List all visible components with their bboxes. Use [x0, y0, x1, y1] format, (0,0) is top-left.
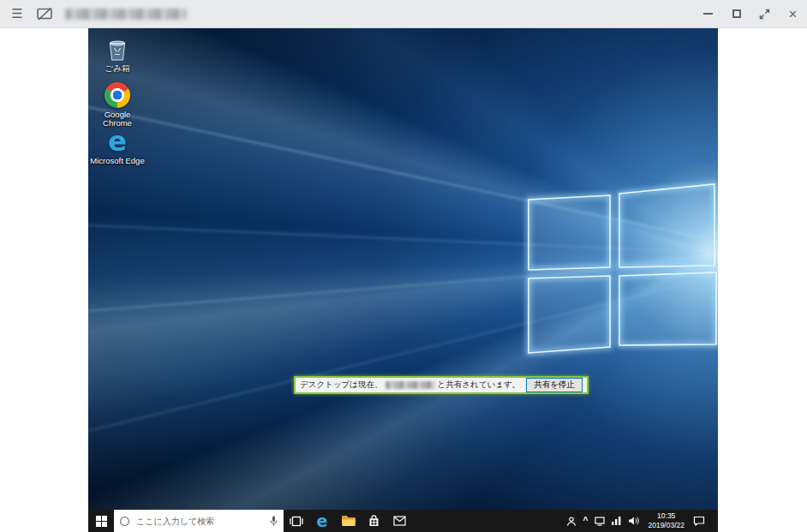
- volume-button[interactable]: [628, 517, 639, 525]
- edge-taskbar-icon: e: [317, 513, 328, 529]
- windows-start-icon: [96, 516, 107, 527]
- network-icon: [595, 517, 605, 526]
- stop-cast-icon: [37, 8, 52, 21]
- maximize-button[interactable]: [722, 0, 750, 28]
- desktop-icon-label: Microsoft Edge: [90, 157, 145, 165]
- windows-wallpaper: [88, 28, 718, 510]
- file-explorer-icon: [341, 515, 356, 527]
- recycle-bin-icon: [106, 36, 129, 62]
- system-tray: ^: [566, 510, 718, 532]
- stop-cast-button[interactable]: [31, 0, 58, 28]
- titlebar: ☰ ×: [0, 0, 807, 28]
- people-icon: [566, 517, 577, 526]
- close-icon: ×: [789, 7, 798, 21]
- search-input[interactable]: [134, 516, 265, 527]
- menu-icon: ☰: [11, 6, 22, 21]
- task-view-icon: [290, 516, 303, 527]
- signal-icon: [612, 517, 621, 525]
- people-button[interactable]: [566, 517, 577, 526]
- hidden-icons-button[interactable]: ^: [583, 517, 589, 525]
- minimize-button[interactable]: [694, 0, 722, 28]
- sharing-banner-text-suffix: と共有されています。: [438, 380, 521, 391]
- signal-button[interactable]: [612, 517, 621, 525]
- taskbar-edge-button[interactable]: e: [309, 510, 335, 532]
- desktop-icon-google-chrome[interactable]: Google Chrome: [90, 81, 145, 129]
- taskbar-clock[interactable]: 10:35 2019/03/22: [646, 511, 686, 529]
- close-button[interactable]: ×: [779, 0, 807, 28]
- desktop-icon-label: ごみ箱: [90, 64, 145, 73]
- chrome-icon: [105, 82, 130, 108]
- remote-viewer: ごみ箱 Google Chrome e Microsoft Edge デスクトッ…: [0, 28, 807, 532]
- desktop-icon-microsoft-edge[interactable]: e Microsoft Edge: [90, 128, 145, 165]
- fullscreen-icon: [759, 9, 770, 20]
- window-title-redacted: [65, 9, 187, 20]
- minimize-icon: [703, 13, 713, 15]
- mail-button[interactable]: [386, 510, 412, 532]
- volume-icon: [628, 517, 639, 525]
- start-button[interactable]: [88, 510, 114, 532]
- microphone-icon[interactable]: [270, 516, 278, 527]
- stop-sharing-button[interactable]: 共有を停止: [526, 378, 583, 392]
- sharing-banner: デスクトップは現在、 と共有されています。 共有を停止: [294, 376, 589, 394]
- clock-time: 10:35: [648, 511, 684, 521]
- fullscreen-button[interactable]: [750, 0, 779, 28]
- menu-button[interactable]: ☰: [3, 0, 31, 28]
- taskbar: e: [88, 510, 718, 532]
- window-controls: ×: [694, 0, 807, 28]
- action-center-button[interactable]: [693, 516, 705, 526]
- cortana-icon: [120, 517, 129, 526]
- action-center-icon: [693, 516, 705, 526]
- network-button[interactable]: [595, 517, 605, 526]
- remote-desktop: ごみ箱 Google Chrome e Microsoft Edge デスクトッ…: [88, 28, 718, 532]
- desktop-icon-recycle-bin[interactable]: ごみ箱: [90, 35, 145, 73]
- edge-icon: e: [108, 129, 127, 154]
- mail-icon: [393, 516, 406, 526]
- maximize-icon: [732, 9, 741, 18]
- clock-date: 2019/03/22: [648, 521, 684, 530]
- store-button[interactable]: [361, 510, 386, 532]
- windows-logo-art: [88, 28, 718, 510]
- store-icon: [368, 515, 380, 527]
- taskbar-search[interactable]: [114, 510, 284, 532]
- file-explorer-button[interactable]: [335, 510, 361, 532]
- task-view-button[interactable]: [284, 510, 309, 532]
- sharing-banner-redacted-name: [386, 381, 435, 389]
- sharing-banner-text-prefix: デスクトップは現在、: [300, 380, 383, 391]
